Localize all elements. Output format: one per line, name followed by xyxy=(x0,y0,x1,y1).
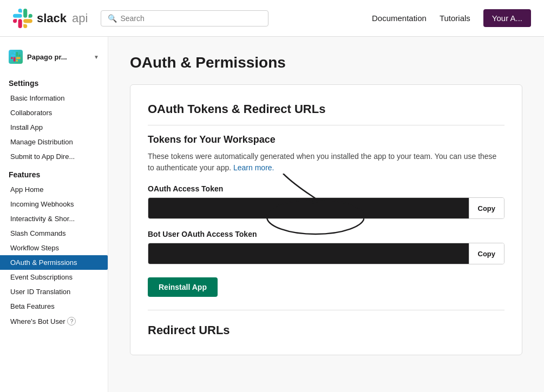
oauth-card: OAuth Tokens & Redirect URLs Tokens for … xyxy=(130,84,522,355)
app-name: Papago pr... xyxy=(27,53,89,61)
tokens-description: These tokens were automatically generate… xyxy=(148,151,504,174)
app-selector[interactable]: Papago pr... ▼ xyxy=(0,45,108,72)
app-icon xyxy=(9,50,23,64)
tutorials-link[interactable]: Tutorials xyxy=(440,14,470,23)
tokens-header: Tokens for Your Workspace xyxy=(148,134,504,145)
sidebar-item-incoming-webhooks[interactable]: Incoming Webhooks xyxy=(0,197,108,211)
slack-logo-icon xyxy=(13,9,32,28)
oauth-copy-button[interactable]: Copy xyxy=(469,198,504,218)
card-section-title: OAuth Tokens & Redirect URLs xyxy=(148,102,504,125)
sidebar-item-app-home[interactable]: App Home xyxy=(0,182,108,197)
sidebar: Papago pr... ▼ Settings Basic Informatio… xyxy=(0,37,108,392)
page-title: OAuth & Permissions xyxy=(130,54,522,71)
oauth-token-value xyxy=(148,198,469,218)
help-icon: ? xyxy=(67,317,76,325)
bot-token-value xyxy=(148,243,469,264)
sidebar-item-beta-features[interactable]: Beta Features xyxy=(0,299,108,314)
settings-section-title: Settings xyxy=(0,72,108,91)
learn-more-link[interactable]: Learn more. xyxy=(233,163,274,172)
logo-api-text: api xyxy=(72,11,88,25)
sidebar-item-slash-commands[interactable]: Slash Commands xyxy=(0,226,108,241)
header-nav: Documentation Tutorials Your A... xyxy=(372,9,531,27)
logo[interactable]: slack api xyxy=(13,9,88,28)
your-apps-button[interactable]: Your A... xyxy=(483,9,531,27)
tokens-section: Tokens for Your Workspace These tokens w… xyxy=(148,134,504,297)
sidebar-item-interactivity[interactable]: Interactivity & Shor... xyxy=(0,211,108,226)
oauth-token-section: OAuth Access Token Copy xyxy=(148,184,504,219)
sidebar-item-install-app[interactable]: Install App xyxy=(0,120,108,135)
search-bar[interactable]: 🔍 xyxy=(101,10,268,26)
main-content: OAuth & Permissions OAuth Tokens & Redir… xyxy=(108,37,544,392)
bot-token-input-row: Copy xyxy=(148,243,504,264)
sidebar-item-wheres-bot-user[interactable]: Where's Bot User ? xyxy=(0,314,108,329)
sidebar-item-basic-information[interactable]: Basic Information xyxy=(0,91,108,105)
search-input[interactable] xyxy=(120,14,261,23)
chevron-down-icon: ▼ xyxy=(94,54,99,60)
oauth-token-input-row: Copy xyxy=(148,197,504,219)
bot-token-label: Bot User OAuth Access Token xyxy=(148,230,504,238)
layout: Papago pr... ▼ Settings Basic Informatio… xyxy=(0,37,544,392)
sidebar-item-oauth-permissions[interactable]: OAuth & Permissions xyxy=(0,255,108,270)
features-section-title: Features xyxy=(0,164,108,182)
sidebar-item-manage-distribution[interactable]: Manage Distribution xyxy=(0,135,108,149)
sidebar-item-workflow-steps[interactable]: Workflow Steps xyxy=(0,241,108,255)
section-divider xyxy=(148,310,504,310)
sidebar-item-event-subscriptions[interactable]: Event Subscriptions xyxy=(0,270,108,284)
header: slack api 🔍 Documentation Tutorials Your… xyxy=(0,0,544,37)
search-icon: 🔍 xyxy=(108,14,117,23)
logo-brand-text: slack xyxy=(37,11,67,25)
sidebar-item-submit-app-dir[interactable]: Submit to App Dire... xyxy=(0,149,108,164)
oauth-token-label: OAuth Access Token xyxy=(148,184,504,193)
sidebar-item-user-id-translation[interactable]: User ID Translation xyxy=(0,284,108,299)
documentation-link[interactable]: Documentation xyxy=(372,14,427,23)
redirect-urls-title: Redirect URLs xyxy=(148,323,504,337)
bot-copy-button[interactable]: Copy xyxy=(469,243,504,264)
reinstall-app-button[interactable]: Reinstall App xyxy=(148,277,218,297)
sidebar-item-collaborators[interactable]: Collaborators xyxy=(0,105,108,120)
